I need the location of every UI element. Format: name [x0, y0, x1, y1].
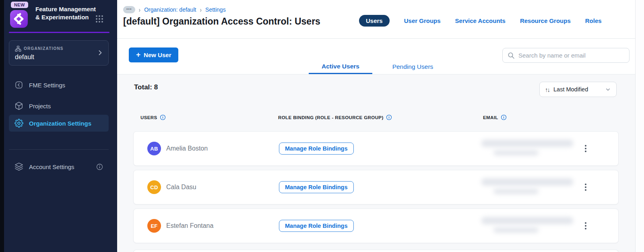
user-cell: AB Amelia Boston — [147, 142, 208, 155]
users-list-panel: Total: 8 ↑↓ Last Modified USERS ROLE BIN… — [117, 74, 644, 252]
page-header: ••• › Organization: default › Settings [… — [117, 0, 644, 39]
chevron-right-icon: › — [139, 6, 141, 13]
tab-user-groups[interactable]: User Groups — [404, 17, 441, 24]
sort-dropdown-value: Last Modified — [553, 86, 601, 93]
layers-icon — [14, 162, 23, 171]
sidebar-item-label: Organization Settings — [29, 120, 91, 127]
user-cell: CD Cala Dasu — [147, 180, 196, 194]
tab-resource-groups[interactable]: Resource Groups — [520, 17, 571, 24]
search-input[interactable] — [518, 52, 624, 59]
user-name: Estefan Fontana — [166, 222, 213, 229]
row-menu-kebab-icon[interactable] — [582, 221, 589, 231]
email-redacted — [481, 216, 578, 237]
sidebar-divider — [9, 149, 109, 150]
row-menu-kebab-icon[interactable] — [582, 143, 589, 154]
page-title: [default] Organization Access Control: U… — [123, 16, 320, 27]
sidebar-item-account-settings[interactable]: Account Settings — [9, 160, 109, 174]
breadcrumb-link-settings[interactable]: Settings — [205, 6, 226, 13]
gear-icon — [14, 119, 23, 128]
chevron-right-icon — [96, 49, 104, 57]
info-icon[interactable] — [501, 114, 507, 120]
access-control-nav: Users User Groups Service Accounts Resou… — [359, 15, 602, 27]
sidebar-item-fme-settings[interactable]: FME Settings — [9, 78, 109, 92]
toolbar: + New User Active Users Pending Users — [117, 39, 644, 74]
tab-pending-users-label: Pending Users — [392, 63, 433, 70]
info-icon[interactable] — [386, 114, 392, 120]
column-header-users: USERS — [140, 114, 166, 120]
tab-users[interactable]: Users — [359, 15, 390, 27]
org-selector-value: default — [15, 54, 34, 61]
app-title: Feature Management & Experimentation — [35, 5, 98, 21]
manage-role-bindings-button[interactable]: Manage Role Bindings — [279, 220, 354, 232]
sidebar: NEW Feature Management & Experimentation — [4, 0, 117, 252]
email-redacted — [481, 178, 578, 198]
chevron-down-icon — [605, 87, 611, 93]
sidebar-item-organization-settings[interactable]: Organization Settings — [9, 115, 109, 132]
org-hierarchy-icon — [15, 45, 21, 52]
row-menu-kebab-icon[interactable] — [582, 182, 589, 192]
column-header-label: ROLE BINDING (ROLE - RESOURCE GROUP) — [278, 115, 384, 120]
table-row: CD Cala Dasu Manage Role Bindings — [133, 170, 619, 204]
column-header-label: USERS — [140, 115, 157, 120]
breadcrumb-link-organization[interactable]: Organization: default — [144, 6, 196, 13]
sidebar-item-label: Account Settings — [29, 163, 74, 170]
cube-icon — [14, 101, 23, 110]
info-icon[interactable] — [96, 163, 103, 170]
new-badge: NEW — [11, 2, 28, 8]
sort-arrows-icon: ↑↓ — [545, 86, 549, 93]
email-redacted — [481, 139, 578, 160]
org-selector-label: ORGANIZATIONS — [24, 46, 64, 51]
tab-pending-users[interactable]: Pending Users — [384, 60, 442, 74]
new-user-button[interactable]: + New User — [129, 48, 178, 62]
column-header-role-binding: ROLE BINDING (ROLE - RESOURCE GROUP) — [278, 114, 392, 120]
avatar: AB — [147, 142, 161, 155]
avatar: EF — [147, 219, 161, 233]
sidebar-item-projects[interactable]: Projects — [9, 99, 109, 113]
tab-active-users-label: Active Users — [322, 63, 359, 70]
search-icon — [508, 52, 515, 59]
new-user-button-label: New User — [144, 52, 171, 58]
search-box — [502, 48, 630, 63]
app-grid-icon[interactable] — [95, 14, 104, 23]
sidebar-item-label: FME Settings — [29, 82, 65, 89]
manage-role-bindings-button[interactable]: Manage Role Bindings — [279, 143, 354, 155]
plus-icon: + — [136, 50, 140, 59]
scroll-gutter[interactable] — [635, 0, 644, 252]
sort-dropdown[interactable]: ↑↓ Last Modified — [539, 82, 617, 97]
user-name: Amelia Boston — [166, 145, 208, 152]
tab-service-accounts[interactable]: Service Accounts — [455, 17, 506, 24]
avatar: CD — [147, 180, 161, 194]
breadcrumb: ••• › Organization: default › Settings — [123, 6, 226, 13]
breadcrumb-ellipsis-button[interactable]: ••• — [123, 6, 135, 13]
fme-logo-outline-icon — [14, 81, 23, 89]
table-row: AB Amelia Boston Manage Role Bindings — [133, 131, 619, 166]
tab-active-users[interactable]: Active Users — [309, 60, 372, 74]
info-icon[interactable] — [160, 114, 166, 120]
sidebar-item-label: Projects — [29, 103, 51, 109]
table-row-partial — [133, 250, 619, 252]
desktop-edge-strip — [0, 0, 4, 252]
organization-selector[interactable]: ORGANIZATIONS default — [9, 40, 109, 66]
user-cell: EF Estefan Fontana — [147, 219, 213, 233]
column-header-label: EMAIL — [483, 115, 498, 120]
tab-roles[interactable]: Roles — [585, 17, 602, 24]
total-count: Total: 8 — [134, 83, 158, 91]
brand-divider — [9, 32, 109, 33]
table-row: EF Estefan Fontana Manage Role Bindings — [133, 209, 619, 243]
app-logo-icon — [10, 10, 28, 28]
user-name: Cala Dasu — [166, 184, 196, 191]
manage-role-bindings-button[interactable]: Manage Role Bindings — [279, 181, 354, 193]
column-header-email: EMAIL — [483, 114, 507, 120]
chevron-right-icon: › — [200, 6, 202, 13]
